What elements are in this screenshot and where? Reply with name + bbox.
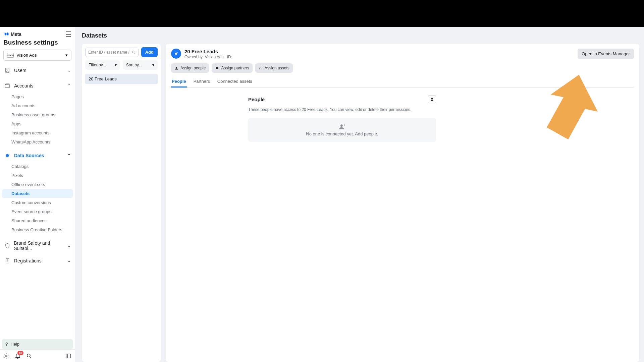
svg-rect-9 [66,354,71,358]
person-add-icon [254,123,431,130]
people-title: People [248,97,265,102]
dataset-meta: Owned by: Vision Ads ID: [184,55,232,59]
svg-rect-3 [6,84,9,85]
chevron-down-icon: ⌄ [67,258,71,263]
briefcase-icon [215,66,219,70]
dataset-list-item[interactable]: 20 Free Leads [85,74,158,84]
data-sources-subitems: Catalogs Pixels Offline event sets Datas… [0,162,75,234]
main-title: Datasets [82,32,639,39]
chevron-up-icon: ⌃ [67,153,71,158]
tab-partners[interactable]: Partners [193,76,211,87]
brand-text: Meta [11,32,21,37]
account-selector[interactable]: VISiON Vision Ads ▾ [3,50,71,61]
empty-text: No one is connected yet. Add people. [254,131,431,136]
settings-icon[interactable] [3,353,9,359]
help-label: Help [10,342,19,347]
nav-brand-safety-label: Brand Safety and Suitabi... [14,240,67,251]
nav-accounts-label: Accounts [14,83,34,88]
nav-datasets[interactable]: Datasets [2,189,73,198]
chevron-up-icon: ⌃ [67,83,71,88]
nav-pixels[interactable]: Pixels [0,171,75,180]
empty-state: No one is connected yet. Add people. [248,118,436,142]
registrations-icon [4,258,11,264]
help-icon: ? [5,342,8,347]
svg-point-8 [27,354,30,357]
assign-people-button[interactable]: Assign people [171,63,209,73]
page-title: Business settings [3,39,71,46]
filter-dropdown[interactable]: Filter by... ▾ [85,60,120,70]
people-description: These people have access to 20 Free Lead… [248,107,436,112]
tab-people[interactable]: People [171,76,187,87]
nav-whatsapp-accounts[interactable]: WhatsApp Accounts [0,137,75,146]
meta-icon [3,31,9,37]
svg-rect-2 [5,84,10,87]
hamburger-icon[interactable]: ☰ [65,30,71,38]
nav-business-creative-folders[interactable]: Business Creative Folders [0,225,75,234]
nav-business-asset-groups[interactable]: Business asset groups [0,110,75,119]
nav-users[interactable]: Users ⌄ [0,64,75,77]
caret-down-icon: ▾ [65,53,68,58]
sidebar-icon-bar: 10 [0,349,75,362]
svg-point-1 [7,69,8,70]
search-box[interactable] [85,48,139,57]
account-name: Vision Ads [16,53,37,58]
sidebar-nav: Users ⌄ Accounts ⌃ Pages Ad accounts Bus… [0,64,75,362]
main-content: Datasets Add Filter by... ▾ Sort [75,27,644,362]
collapse-sidebar-icon[interactable] [65,353,71,359]
datasets-list-panel: Add Filter by... ▾ Sort by... ▾ 20 Free … [82,44,161,362]
nav-data-sources-label: Data Sources [14,153,44,158]
sidebar: Meta ☰ Business settings VISiON Vision A… [0,27,75,362]
nav-custom-conversions[interactable]: Custom conversions [0,198,75,207]
notifications-icon[interactable]: 10 [15,353,21,359]
accounts-subitems: Pages Ad accounts Business asset groups … [0,92,75,146]
add-button[interactable]: Add [141,47,158,57]
nav-pages[interactable]: Pages [0,92,75,101]
nav-catalogs[interactable]: Catalogs [0,162,75,171]
nav-shared-audiences[interactable]: Shared audiences [0,216,75,225]
nav-apps[interactable]: Apps [0,119,75,128]
assign-assets-button[interactable]: Assign assets [255,63,293,73]
nav-accounts[interactable]: Accounts ⌃ [0,79,75,92]
data-sources-icon [4,153,11,159]
nav-users-label: Users [14,68,26,73]
account-logo: VISiON [7,53,14,58]
dataset-detail-panel: 20 Free Leads Owned by: Vision Ads ID: O… [166,44,639,362]
letterbox-top [0,0,644,27]
nav-offline-event-sets[interactable]: Offline event sets [0,180,75,189]
people-section: People These people have access to 20 Fr… [248,95,436,142]
tab-connected-assets[interactable]: Connected assets [217,76,253,87]
filter-label: Filter by... [89,63,106,67]
svg-point-12 [177,52,178,53]
dataset-icon [171,49,181,59]
svg-point-13 [176,67,177,68]
notification-badge: 10 [17,351,23,355]
nav-instagram-accounts[interactable]: Instagram accounts [0,128,75,137]
assign-partners-button[interactable]: Assign partners [212,63,252,73]
search-input[interactable] [88,50,129,55]
shield-icon [4,243,10,249]
search-icon[interactable] [26,353,32,359]
nav-brand-safety[interactable]: Brand Safety and Suitabi... ⌄ [0,237,75,254]
add-people-mini-button[interactable] [428,95,436,103]
assets-icon [259,66,263,70]
nav-data-sources[interactable]: Data Sources ⌃ [0,149,75,162]
app-container: Meta ☰ Business settings VISiON Vision A… [0,27,644,362]
open-events-manager-button[interactable]: Open in Events Manager [578,49,634,59]
svg-point-15 [340,124,343,127]
svg-point-5 [8,154,10,155]
search-icon [131,50,136,55]
chevron-down-icon: ⌄ [67,68,71,73]
caret-down-icon: ▾ [115,63,117,67]
tab-content: People These people have access to 20 Fr… [166,88,639,362]
sort-dropdown[interactable]: Sort by... ▾ [123,60,158,70]
nav-registrations-label: Registrations [14,258,42,263]
person-icon [174,66,178,70]
users-icon [4,67,11,73]
nav-ad-accounts[interactable]: Ad accounts [0,101,75,110]
caret-down-icon: ▾ [152,63,154,67]
chevron-down-icon: ⌄ [67,243,71,248]
nav-event-source-groups[interactable]: Event source groups [0,207,75,216]
help-button[interactable]: ? Help [2,339,73,349]
svg-point-14 [431,98,433,99]
nav-registrations[interactable]: Registrations ⌄ [0,254,75,267]
